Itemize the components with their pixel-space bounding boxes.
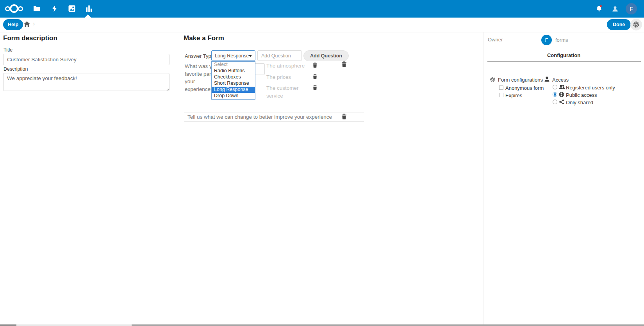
checkbox-unchecked[interactable]	[499, 86, 503, 90]
answer-text: The atmosphere	[266, 62, 310, 70]
make-a-form-heading: Make a Form	[184, 34, 224, 42]
users-icon	[559, 84, 565, 91]
notifications-bell-icon[interactable]	[595, 5, 603, 12]
answer-type-selected-value: Long Response	[215, 53, 249, 59]
question-text: Tell us what we can change to better imp…	[187, 114, 332, 120]
dropdown-option-drop-down[interactable]: Drop Down	[212, 93, 255, 99]
person-icon	[544, 76, 550, 84]
delete-answer-trash-icon[interactable]	[312, 85, 318, 91]
answer-text: The prices	[266, 73, 310, 81]
form-description-heading: Form description	[3, 34, 57, 42]
dropdown-option-long-response[interactable]: Long Response	[212, 87, 255, 93]
answer-type-dropdown-list: Select Radio Buttons Checkboxes Short Re…	[211, 61, 255, 100]
files-icon[interactable]	[33, 5, 41, 12]
chevron-down-icon	[249, 55, 252, 57]
activity-icon[interactable]	[51, 5, 59, 12]
owner-avatar: F	[541, 35, 552, 45]
nextcloud-logo[interactable]	[5, 4, 25, 14]
radio-label: Only shared	[566, 100, 593, 105]
radio-selected[interactable]	[553, 92, 557, 97]
delete-question-trash-icon[interactable]	[341, 61, 347, 68]
help-button[interactable]: Help	[3, 19, 23, 30]
owner-name: forms	[555, 37, 568, 43]
configuration-heading: Configuration	[483, 52, 644, 58]
photos-icon[interactable]	[68, 5, 76, 12]
breadcrumb-chevron-icon: ›	[33, 20, 35, 27]
secondary-toolbar: Help › Done	[0, 18, 644, 32]
horizontal-scrollbar[interactable]	[0, 324, 644, 326]
description-textarea[interactable]: We appreciate your feedback!	[3, 73, 169, 91]
delete-answer-trash-icon[interactable]	[312, 62, 318, 69]
answer-row: The atmosphere	[266, 61, 364, 72]
done-button[interactable]: Done	[607, 19, 631, 30]
gear-icon	[490, 77, 496, 84]
gear-icon[interactable]	[630, 19, 642, 30]
add-question-button[interactable]: Add Question	[303, 50, 349, 61]
settings-sidebar: Owner F forms Configuration Form configu…	[483, 32, 644, 326]
scrollbar-segment	[0, 324, 16, 326]
notification-dot	[600, 5, 602, 7]
globe-icon	[559, 92, 564, 99]
title-input[interactable]	[3, 54, 169, 65]
delete-answer-trash-icon[interactable]	[312, 74, 318, 80]
form-configurations-heading: Form configurations	[498, 77, 543, 83]
owner-label: Owner	[488, 37, 503, 43]
answer-type-label: Answer Type:	[185, 53, 216, 59]
user-avatar[interactable]: F	[626, 3, 637, 14]
radio-label: Registered users only	[566, 85, 615, 91]
question-answers-list: The atmosphere The prices The customer s…	[266, 61, 364, 102]
access-heading: Access	[552, 77, 569, 83]
answer-row: The prices	[266, 72, 364, 84]
home-icon[interactable]	[23, 21, 31, 29]
description-label: Description	[4, 66, 28, 72]
checkbox-label: Anonymous form	[505, 85, 544, 91]
dropdown-option-checkboxes[interactable]: Checkboxes	[212, 74, 255, 80]
checkbox-label: Expires	[505, 93, 522, 98]
radio-unselected[interactable]	[553, 85, 557, 89]
forms-icon[interactable]	[85, 5, 93, 12]
configuration-divider	[487, 61, 641, 62]
active-app-indicator	[85, 14, 91, 18]
checkbox-unchecked[interactable]	[499, 93, 503, 97]
add-question-input[interactable]	[257, 50, 302, 61]
title-label: Title	[4, 47, 12, 53]
answer-row: The customer service	[266, 83, 364, 102]
top-navigation-bar: F	[0, 0, 644, 18]
question-row: Tell us what we can change to better imp…	[184, 112, 364, 122]
answer-text: The customer service	[266, 84, 310, 100]
nextcloud-forms-window: F Help › Done Form description Title Des…	[0, 0, 644, 326]
radio-unselected[interactable]	[553, 100, 557, 104]
scrollbar-thumb[interactable]	[132, 324, 644, 326]
share-icon	[559, 99, 564, 106]
contacts-icon[interactable]	[611, 5, 619, 13]
answer-type-select[interactable]: Long Response	[211, 50, 255, 61]
radio-label: Public access	[566, 92, 597, 98]
dropdown-option-radio-buttons[interactable]: Radio Buttons	[212, 68, 255, 74]
dropdown-option-select[interactable]: Select	[212, 62, 255, 68]
dropdown-option-short-response[interactable]: Short Response	[212, 80, 255, 87]
delete-question-trash-icon[interactable]	[341, 114, 347, 121]
